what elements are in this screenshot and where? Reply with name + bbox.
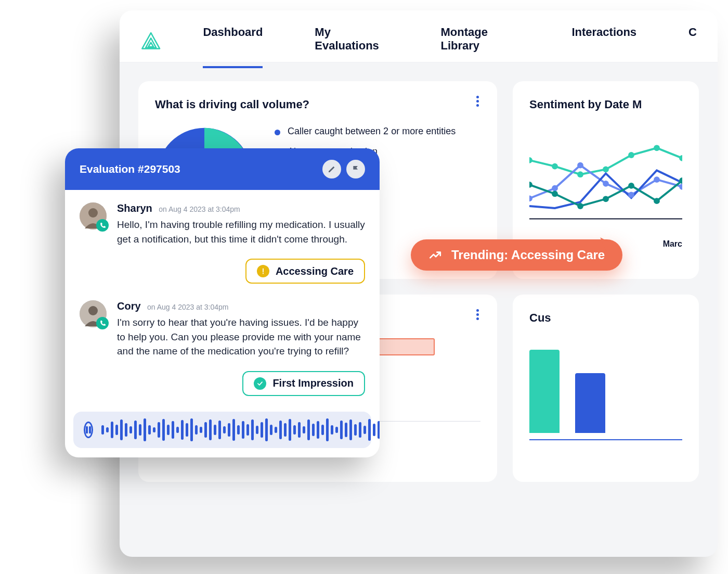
- tab-truncated[interactable]: C: [688, 15, 697, 68]
- message-text: I'm sorry to hear that you're having iss…: [117, 315, 365, 359]
- trending-label: Trending: Accessing Care: [451, 248, 605, 262]
- card-menu-button[interactable]: [471, 308, 484, 321]
- card-title: Sentiment by Date M: [529, 98, 682, 111]
- edit-button[interactable]: [322, 160, 341, 178]
- warning-icon: [257, 265, 269, 277]
- svg-point-17: [552, 191, 558, 197]
- tab-my-evaluations[interactable]: My Evaluations: [315, 15, 388, 68]
- trending-up-icon: [428, 248, 442, 262]
- svg-point-9: [529, 195, 532, 201]
- svg-point-20: [628, 183, 634, 189]
- svg-point-2: [529, 157, 532, 163]
- tag-label: First Impression: [272, 377, 354, 389]
- phone-badge-icon: [96, 219, 109, 232]
- dashboard-header: Dashboard My Evaluations Montage Library…: [120, 10, 718, 62]
- svg-point-25: [88, 208, 98, 218]
- svg-point-3: [552, 163, 558, 170]
- audio-waveform: [73, 412, 371, 448]
- legend-item: Caller caught between 2 or more entities: [275, 126, 456, 137]
- card-title: What is driving call volume?: [155, 98, 480, 111]
- pause-icon: [85, 426, 92, 433]
- tag-label: Accessing Care: [276, 265, 354, 277]
- svg-point-19: [603, 196, 609, 202]
- flag-button[interactable]: [346, 160, 365, 178]
- message-author: Cory: [117, 300, 141, 312]
- svg-point-7: [654, 145, 660, 151]
- svg-point-12: [603, 181, 609, 187]
- svg-point-8: [679, 155, 682, 161]
- waveform-bars[interactable]: [101, 418, 380, 442]
- svg-point-14: [654, 176, 660, 183]
- tab-interactions[interactable]: Interactions: [571, 15, 636, 68]
- phone-badge-icon: [96, 317, 109, 329]
- svg-rect-29: [89, 426, 91, 433]
- message-timestamp: on Aug 4 2023 at 3:04pm: [159, 205, 240, 213]
- nav-tabs: Dashboard My Evaluations Montage Library…: [203, 15, 697, 68]
- tab-montage-library[interactable]: Montage Library: [441, 15, 520, 68]
- card-customer: Cus: [513, 295, 699, 482]
- svg-point-15: [679, 184, 682, 190]
- pause-button[interactable]: [84, 422, 93, 438]
- svg-point-27: [88, 306, 98, 315]
- evaluation-card: Evaluation #297503 Sharyn on Aug 4 2023 …: [65, 148, 380, 457]
- message-author: Sharyn: [117, 202, 152, 214]
- tag-accessing-care[interactable]: Accessing Care: [245, 259, 365, 284]
- sentiment-line-chart: [529, 126, 682, 235]
- svg-point-21: [654, 198, 660, 204]
- tag-first-impression[interactable]: First Impression: [242, 371, 365, 396]
- card-menu-button[interactable]: [471, 95, 484, 107]
- message: Cory on Aug 4 2023 at 3:04pm I'm sorry t…: [65, 288, 380, 363]
- flag-icon: [352, 165, 360, 173]
- tab-dashboard[interactable]: Dashboard: [203, 15, 263, 68]
- message-timestamp: on Aug 4 2023 at 3:04pm: [147, 303, 228, 311]
- svg-rect-28: [86, 426, 88, 433]
- svg-point-4: [577, 171, 583, 177]
- trending-pill[interactable]: Trending: Accessing Care: [411, 239, 622, 271]
- svg-point-6: [628, 152, 634, 158]
- message: Sharyn on Aug 4 2023 at 3:04pm Hello, I'…: [65, 190, 380, 250]
- card-title: Cus: [529, 311, 682, 325]
- svg-point-10: [552, 185, 558, 192]
- cursor-arrow-icon: [598, 235, 616, 253]
- svg-point-18: [577, 203, 583, 209]
- svg-point-11: [577, 162, 583, 169]
- customer-bar-chart: [529, 339, 682, 433]
- evaluation-title: Evaluation #297503: [80, 163, 180, 175]
- pencil-icon: [328, 165, 336, 173]
- avatar: [80, 202, 107, 229]
- svg-point-16: [529, 182, 532, 188]
- check-icon: [254, 377, 266, 390]
- avatar: [80, 300, 107, 327]
- svg-point-5: [603, 167, 609, 173]
- svg-point-13: [628, 192, 634, 198]
- message-text: Hello, I'm having trouble refilling my m…: [117, 218, 365, 246]
- evaluation-header: Evaluation #297503: [65, 148, 380, 190]
- brand-logo-icon: [140, 31, 161, 53]
- evaluation-actions: [322, 160, 365, 178]
